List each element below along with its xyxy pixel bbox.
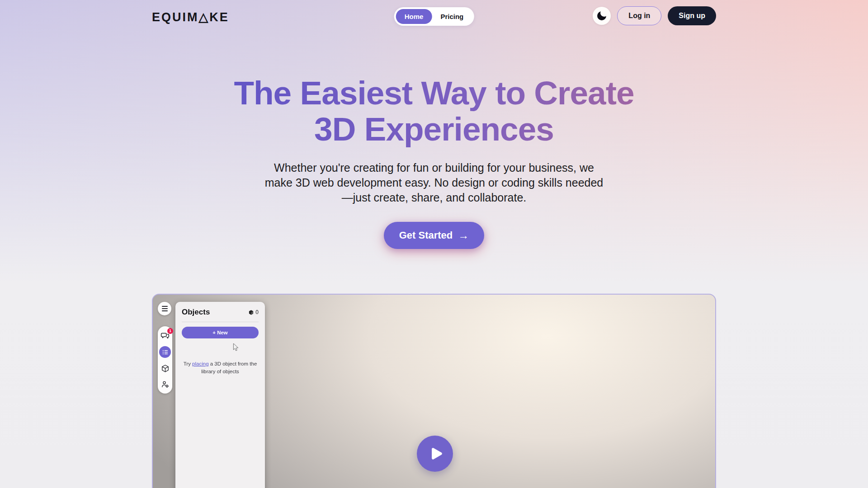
- theme-toggle-button[interactable]: [593, 7, 611, 25]
- get-started-label: Get Started: [399, 230, 453, 241]
- toolbar-pill: 1: [158, 326, 172, 394]
- objects-count-value: 0: [255, 309, 259, 315]
- objects-panel-header: Objects 0: [182, 308, 259, 317]
- hero-section: The Easiest Way to Create 3D Experiences…: [0, 0, 868, 249]
- objects-count: 0: [248, 309, 259, 315]
- divider: [182, 322, 259, 322]
- objects-panel-title: Objects: [182, 308, 210, 317]
- moon-icon: [597, 11, 606, 20]
- user-gear-icon: [161, 380, 170, 389]
- arrow-right-icon: →: [458, 229, 469, 242]
- new-object-button[interactable]: + New: [182, 327, 259, 338]
- library-button[interactable]: [160, 363, 170, 374]
- top-navigation-bar: EQUIM△KE Home Pricing Log in Sign up: [0, 0, 868, 30]
- logo[interactable]: EQUIM△KE: [152, 10, 229, 24]
- nav-item-home[interactable]: Home: [396, 9, 432, 24]
- signup-button[interactable]: Sign up: [668, 6, 716, 25]
- menu-button[interactable]: [158, 302, 171, 315]
- play-icon: [429, 446, 444, 461]
- cube-icon: [161, 364, 170, 373]
- placing-link[interactable]: placing: [192, 361, 208, 366]
- nav-pill: Home Pricing: [394, 7, 474, 26]
- collaborators-button[interactable]: [160, 379, 170, 389]
- page-title-line2: 3D Experiences: [0, 111, 868, 147]
- objects-list-button[interactable]: [159, 346, 171, 358]
- objects-panel: Objects 0 + New Try placing a 3D object …: [175, 302, 265, 488]
- page-title-line1: The Easiest Way to Create: [0, 75, 868, 111]
- notification-badge: 1: [167, 328, 173, 334]
- objects-count-cube-icon: [248, 310, 254, 315]
- play-button[interactable]: [417, 436, 453, 472]
- login-button[interactable]: Log in: [617, 6, 661, 25]
- hamburger-icon: [162, 306, 168, 307]
- nav-item-pricing[interactable]: Pricing: [432, 9, 472, 24]
- get-started-button[interactable]: Get Started →: [384, 222, 485, 249]
- placement-hint: Try placing a 3D object from the library…: [182, 360, 259, 376]
- left-toolbar: 1: [158, 302, 172, 394]
- chat-button[interactable]: 1: [160, 330, 170, 341]
- hero-subtitle: Whether you're creating for fun or build…: [260, 160, 608, 205]
- page-title: The Easiest Way to Create 3D Experiences: [0, 75, 868, 148]
- header-actions: Log in Sign up: [593, 6, 716, 25]
- app-preview: 1: [152, 294, 716, 488]
- list-icon: [162, 349, 169, 356]
